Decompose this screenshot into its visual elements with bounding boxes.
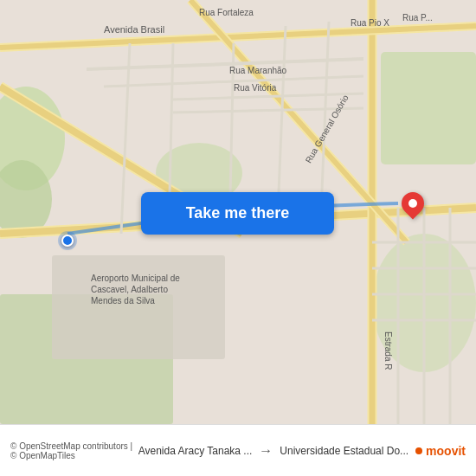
blue-dot-outer — [58, 231, 77, 250]
svg-text:Avenida Brasil: Avenida Brasil — [104, 24, 164, 35]
svg-text:Mendes da Silva: Mendes da Silva — [91, 296, 155, 306]
destination-label: Universidade Estadual Do... — [280, 445, 408, 457]
moovit-text: moovit — [426, 444, 466, 458]
red-pin-head — [397, 188, 429, 220]
app: Avenida Brasil Rua Fortaleza Rua Maranhã… — [0, 0, 476, 476]
svg-text:Rua Maranhão: Rua Maranhão — [229, 66, 287, 75]
origin-label: Avenida Aracy Tanaka ... — [138, 445, 253, 457]
svg-rect-3 — [381, 52, 476, 164]
map-attribution: © OpenStreetMap contributors | © OpenMap… — [10, 441, 138, 460]
svg-text:Rua Pio X: Rua Pio X — [351, 18, 389, 28]
map-container: Avenida Brasil Rua Fortaleza Rua Maranhã… — [0, 0, 476, 424]
destination-marker — [401, 192, 425, 223]
take-me-there-button[interactable]: Take me there — [141, 192, 334, 235]
moovit-logo: moovit — [415, 444, 466, 458]
moovit-dot — [415, 447, 422, 454]
svg-text:Aeroporto Municipal de: Aeroporto Municipal de — [91, 273, 180, 283]
red-pin — [401, 192, 425, 223]
svg-rect-7 — [52, 255, 225, 359]
blue-dot-inner — [61, 235, 74, 247]
svg-text:Estrada R: Estrada R — [383, 331, 393, 370]
bottom-bar: © OpenStreetMap contributors | © OpenMap… — [0, 424, 476, 476]
svg-text:Rua Fortaleza: Rua Fortaleza — [199, 8, 254, 17]
svg-text:Rua Vitória: Rua Vitória — [234, 83, 277, 93]
origin-marker — [58, 231, 77, 250]
svg-text:Rua P...: Rua P... — [402, 13, 433, 23]
arrow-right-icon: → — [259, 443, 273, 459]
route-info: Avenida Aracy Tanaka ... → Universidade … — [138, 443, 408, 459]
svg-text:Cascavel, Adalberto: Cascavel, Adalberto — [91, 285, 168, 294]
